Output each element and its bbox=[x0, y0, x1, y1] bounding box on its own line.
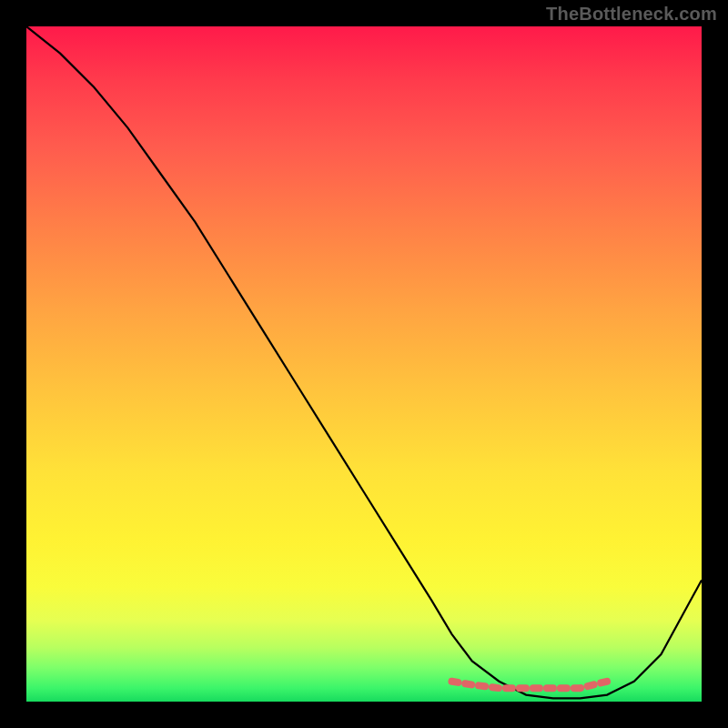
bottleneck-curve-line bbox=[26, 26, 702, 698]
watermark-text: TheBottleneck.com bbox=[546, 4, 717, 25]
plot-area bbox=[26, 26, 702, 702]
chart-container: TheBottleneck.com bbox=[0, 0, 728, 728]
curve-svg bbox=[26, 26, 702, 702]
optimal-range-marker-line bbox=[451, 682, 607, 688]
